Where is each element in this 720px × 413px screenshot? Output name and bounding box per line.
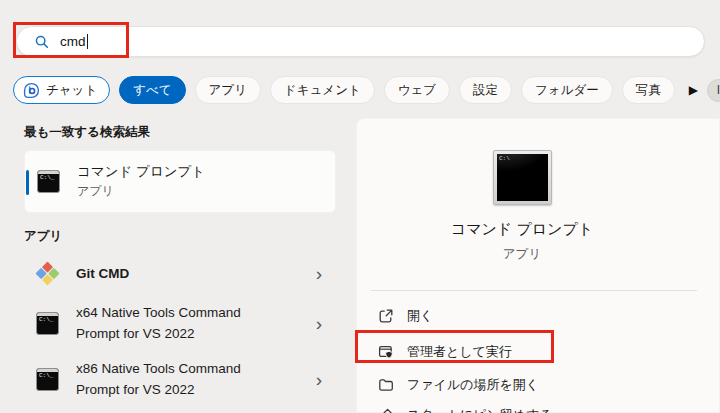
text-caret [87,34,88,49]
tab-label: ドキュメント [284,82,361,99]
chevron-right-icon[interactable]: › [316,264,322,283]
apps-section-header: アプリ [24,228,62,245]
action-pin-to-start[interactable]: スタートにピン留めする [371,402,697,413]
pin-icon [378,407,394,413]
cmd-app-icon: C:\_ [37,170,60,193]
preview-title: コマンド プロンプト [357,220,687,239]
best-match-title: コマンド プロンプト [77,163,205,181]
cmd-app-icon: C:\_ [36,312,59,335]
action-run-as-administrator[interactable]: 管理者として実行 [371,337,697,367]
git-cmd-icon [36,262,59,285]
chevron-right-icon[interactable]: › [316,314,322,333]
tab-label: すべて [133,82,171,99]
account-avatar[interactable]: I [707,79,720,102]
tab-chat-label: チャット [46,82,97,99]
tab-label: フォルダー [535,82,599,99]
search-box[interactable]: cmd [16,26,705,57]
folder-icon [378,377,394,393]
cmd-app-icon: C:\_ [36,368,59,391]
action-open[interactable]: 開く [371,303,697,329]
action-label: スタートにピン留めする [407,406,553,413]
preview-subtitle: アプリ [357,246,687,263]
tab-settings[interactable]: 設定 [459,76,512,104]
app-result-x64-native-tools[interactable]: C:\_ x64 Native Tools Command Prompt for… [24,296,336,350]
more-filters-arrow-icon[interactable]: ▶ [689,84,698,96]
tab-web[interactable]: ウェブ [384,76,450,104]
tab-all[interactable]: すべて [119,76,185,104]
tab-label: アプリ [209,82,247,99]
best-match-subtitle: アプリ [77,183,205,200]
cmd-app-icon-large: C:\ [493,150,552,205]
preview-panel: C:\ コマンド プロンプト アプリ 開く 管理者として実行 ファイルの場所を開… [356,118,720,413]
tab-chat[interactable]: チャット [13,76,110,104]
app-result-title: x86 Native Tools Command Prompt for VS 2… [76,358,258,400]
app-result-title: x64 Native Tools Command Prompt for VS 2… [76,302,258,344]
tab-label: 写真 [636,82,661,99]
chevron-right-icon[interactable]: › [316,370,322,389]
tab-label: ウェブ [398,82,436,99]
tab-photos[interactable]: 写真 [622,76,675,104]
app-result-git-cmd[interactable]: Git CMD › [24,252,336,294]
action-open-file-location[interactable]: ファイルの場所を開く [371,372,697,398]
filter-tabs-row: チャット すべて アプリ ドキュメント ウェブ 設定 フォルダー 写真 ▶ I … [13,75,707,105]
search-icon [34,34,50,50]
search-input-value[interactable]: cmd [60,34,86,49]
tabs-right-cluster: I ··· [707,77,720,104]
divider [371,290,697,291]
tab-documents[interactable]: ドキュメント [270,76,375,104]
bing-chat-icon [23,82,40,99]
tab-folders[interactable]: フォルダー [521,76,613,104]
admin-shield-icon [378,344,394,360]
action-label: 管理者として実行 [407,343,512,361]
action-label: ファイルの場所を開く [407,376,539,394]
open-external-icon [378,308,394,324]
app-result-x86-native-tools[interactable]: C:\_ x86 Native Tools Command Prompt for… [24,352,336,406]
selection-accent-bar [26,170,29,195]
best-match-result[interactable]: C:\_ コマンド プロンプト アプリ [24,150,336,213]
app-result-title: Git CMD [76,263,129,284]
best-match-header: 最も一致する検索結果 [24,124,150,141]
tab-label: 設定 [473,82,498,99]
action-label: 開く [407,307,433,325]
tab-apps[interactable]: アプリ [195,76,261,104]
